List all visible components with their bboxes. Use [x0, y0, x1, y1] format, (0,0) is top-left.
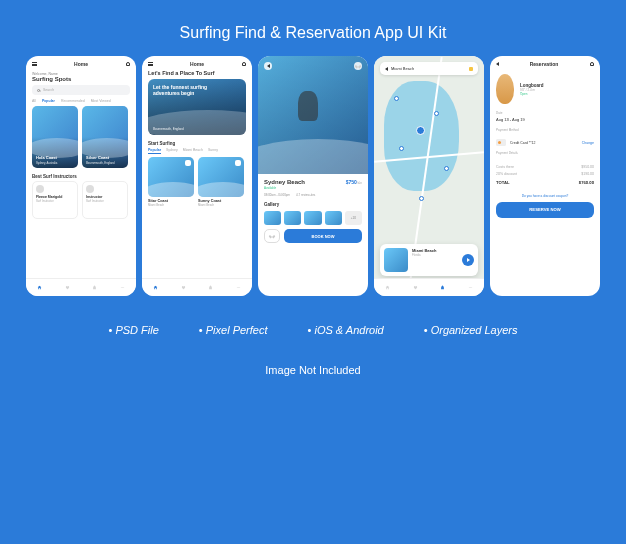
map-pin[interactable] — [399, 146, 404, 151]
row-label: Costs there — [496, 165, 514, 169]
spot-card[interactable]: Silver Coast Bournemouth, England — [82, 106, 128, 168]
payment-value: Credit Card **12 — [510, 141, 535, 145]
coupon-link[interactable]: Do you have a discount coupon? — [490, 190, 600, 202]
filter-tabs: All Popular Recommended Most Viewed — [26, 99, 136, 106]
map-pin[interactable] — [419, 196, 424, 201]
date-value[interactable]: Aug 13 - Aug 19 — [496, 117, 594, 122]
coast-card[interactable]: Sitar Coast Miami Beach — [148, 157, 194, 207]
more-icon[interactable] — [120, 285, 125, 290]
heart-icon[interactable] — [181, 285, 186, 290]
card-icon — [496, 139, 506, 146]
payment-method-row[interactable]: Credit Card **12 Change — [490, 137, 600, 148]
map-pin[interactable] — [444, 166, 449, 171]
bookmark-icon[interactable] — [185, 160, 191, 166]
detail-price: $750/d-n — [346, 179, 362, 185]
instructor-role: Surf Instructor — [86, 199, 124, 203]
spot-card[interactable]: Hola Coast Sydney, Australia — [32, 106, 78, 168]
more-icon[interactable] — [468, 285, 473, 290]
go-button[interactable] — [462, 254, 474, 266]
date-label: Date — [496, 111, 594, 115]
favorite-button[interactable] — [354, 62, 362, 70]
svg-point-1 — [122, 287, 123, 288]
feature-item: iOS & Android — [308, 324, 384, 336]
bell-icon[interactable] — [589, 62, 594, 67]
coast-card[interactable]: Sunny Coast Miami Beach — [198, 157, 244, 207]
spot-name: Hola Coast — [36, 155, 57, 160]
tab-sydney[interactable]: Sydney — [166, 148, 178, 154]
bookmark-icon[interactable] — [235, 160, 241, 166]
screen-home-spots: Home Welcome, Name Surfing Spots Search … — [26, 56, 136, 296]
filter-icon[interactable] — [469, 67, 473, 71]
search-input[interactable]: Search — [32, 85, 130, 95]
bottom-nav — [374, 278, 484, 296]
detail-hero-image — [258, 56, 368, 174]
book-now-button[interactable]: BOOK NOW — [284, 229, 362, 243]
tab-all[interactable]: All — [32, 99, 36, 103]
tab-popular[interactable]: Popular — [42, 99, 55, 103]
gallery-more[interactable]: +10 — [345, 211, 362, 225]
tab-most-viewed[interactable]: Most Viewed — [91, 99, 111, 103]
bag-icon[interactable] — [208, 285, 213, 290]
gallery-thumb[interactable] — [325, 211, 342, 225]
summary-row: 20% discount $190.00 — [496, 170, 594, 177]
change-link[interactable]: Change — [582, 141, 594, 145]
bottom-nav — [142, 278, 252, 296]
row-label: 20% discount — [496, 172, 517, 176]
more-icon[interactable] — [236, 285, 241, 290]
tab-sunny[interactable]: Sunny — [208, 148, 218, 154]
map-result-card[interactable]: Miami Beach Florida — [380, 244, 478, 276]
row-value: $950.00 — [581, 165, 594, 169]
time-meta: 08:00am - 04:00pm — [264, 193, 290, 197]
tab-recommended[interactable]: Recommended — [61, 99, 85, 103]
spot-name: Silver Coast — [86, 155, 109, 160]
result-location: Florida — [412, 253, 458, 257]
bag-icon[interactable] — [92, 285, 97, 290]
chevron-left-icon[interactable] — [385, 67, 388, 71]
svg-point-7 — [470, 287, 471, 288]
bottom-nav — [26, 278, 136, 296]
payment-method-label: Payment Method — [496, 128, 594, 132]
bell-icon[interactable] — [125, 62, 130, 67]
tab-popular[interactable]: Popular — [148, 148, 161, 154]
screen-home-find: Home Let's Find a Place To Surf Let the … — [142, 56, 252, 296]
svg-point-5 — [239, 287, 240, 288]
screens-row: Home Welcome, Name Surfing Spots Search … — [0, 56, 626, 296]
bag-icon[interactable] — [440, 285, 445, 290]
product-summary: Longboard 9'0" / 2.4 m Open — [490, 70, 600, 108]
total-label: TOTAL — [496, 180, 510, 185]
svg-point-0 — [121, 287, 122, 288]
svg-point-3 — [237, 287, 238, 288]
header-title: Home — [37, 61, 125, 67]
heart-icon — [270, 234, 274, 238]
avatar — [86, 185, 94, 193]
favorite-toggle[interactable] — [264, 229, 280, 243]
back-button[interactable] — [264, 62, 272, 70]
map-pin[interactable] — [394, 96, 399, 101]
feature-item: PSD File — [109, 324, 159, 336]
instructor-card[interactable]: Instructor Surf Instructor — [82, 181, 128, 219]
bell-icon[interactable] — [241, 62, 246, 67]
heart-icon[interactable] — [413, 285, 418, 290]
home-icon[interactable] — [153, 285, 158, 290]
reserve-now-button[interactable]: RESERVE NOW — [496, 202, 594, 218]
home-icon[interactable] — [37, 285, 42, 290]
svg-point-2 — [123, 287, 124, 288]
search-placeholder: Search — [43, 88, 54, 92]
product-name: Longboard — [520, 83, 544, 88]
heart-icon[interactable] — [65, 285, 70, 290]
hero-card[interactable]: Let the funnest surfing adventures begin… — [148, 79, 246, 135]
home-icon[interactable] — [385, 285, 390, 290]
instructors-heading: Best Surf Instructors — [26, 172, 136, 181]
gallery-thumb[interactable] — [264, 211, 281, 225]
instructor-list: Fleece Marigold Surf Instructor Instruct… — [26, 181, 136, 225]
map-pin-selected[interactable] — [416, 126, 425, 135]
gallery-thumb[interactable] — [284, 211, 301, 225]
tab-miami[interactable]: Miami Beach — [183, 148, 203, 154]
svg-point-8 — [471, 287, 472, 288]
gallery-thumb[interactable] — [304, 211, 321, 225]
map-search-input[interactable]: Miami Beach — [380, 62, 478, 75]
instructor-card[interactable]: Fleece Marigold Surf Instructor — [32, 181, 78, 219]
total-value: $760.00 — [579, 180, 594, 185]
row-value: $190.00 — [581, 172, 594, 176]
map-pin[interactable] — [434, 111, 439, 116]
